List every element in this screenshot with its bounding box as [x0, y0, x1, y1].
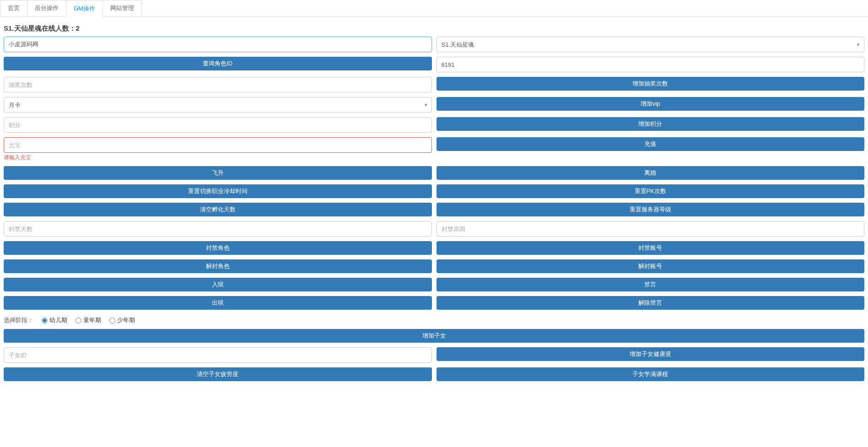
- online-prefix: S1.天仙星魂在线人数：: [4, 24, 76, 32]
- stage-row: 选择阶段： 幼儿期 童年期 少年期: [4, 314, 864, 329]
- tab-gm[interactable]: GM操作: [66, 0, 103, 17]
- ban-account-button[interactable]: 封禁账号: [437, 241, 865, 255]
- stage-radio-child[interactable]: [75, 318, 81, 323]
- tab-home[interactable]: 首页: [0, 0, 27, 16]
- ban-days-input[interactable]: [4, 221, 432, 237]
- vip-select[interactable]: 月卡: [4, 97, 432, 113]
- tab-backend[interactable]: 后台操作: [27, 0, 66, 16]
- clear-hatch-button[interactable]: 清空孵化天数: [4, 203, 432, 216]
- mute-button[interactable]: 禁言: [437, 278, 865, 291]
- stage-opt-youth-label: 少年期: [117, 316, 135, 324]
- add-child-health-button[interactable]: 增加子女健康度: [437, 347, 865, 361]
- online-count: 2: [76, 24, 80, 32]
- server-select[interactable]: S1.天仙星魂: [437, 37, 865, 52]
- recharge-button[interactable]: 充值: [437, 137, 865, 151]
- stage-label: 选择阶段：: [4, 316, 33, 324]
- stage-opt-child[interactable]: 童年期: [75, 316, 101, 324]
- tab-bar: 首页 后台操作 GM操作 网站管理: [0, 0, 868, 17]
- add-child-button[interactable]: 增加子女: [4, 329, 864, 343]
- stage-opt-infant[interactable]: 幼儿期: [42, 316, 67, 324]
- child-learn-button[interactable]: 子女学满课程: [437, 367, 865, 381]
- query-role-id-button[interactable]: 查询角色ID: [4, 57, 432, 70]
- points-input[interactable]: [4, 117, 432, 133]
- add-lottery-button[interactable]: 增加抽奖次数: [437, 77, 865, 91]
- unban-account-button[interactable]: 解封账号: [437, 259, 865, 273]
- yuanbao-error: 请输入元宝: [4, 154, 432, 162]
- yuanbao-input[interactable]: [4, 137, 432, 153]
- ascend-button[interactable]: 飞升: [4, 166, 432, 180]
- add-vip-button[interactable]: 增加vip: [437, 97, 865, 111]
- player-name-input[interactable]: [4, 37, 432, 52]
- reset-server-level-button[interactable]: 重置服务器等级: [437, 203, 865, 216]
- stage-radio-infant[interactable]: [42, 318, 48, 323]
- stage-radio-youth[interactable]: [109, 318, 115, 323]
- lottery-count-input[interactable]: [4, 77, 432, 92]
- online-header: S1.天仙星魂在线人数：2: [4, 21, 864, 37]
- reset-pk-button[interactable]: 重置PK次数: [437, 184, 865, 198]
- divorce-button[interactable]: 离婚: [437, 166, 865, 180]
- stage-opt-child-label: 童年期: [83, 316, 101, 324]
- jail-button[interactable]: 入狱: [4, 278, 432, 291]
- tab-site[interactable]: 网站管理: [102, 0, 142, 16]
- reset-job-cd-button[interactable]: 重置切换职业冷却时间: [4, 184, 432, 198]
- clear-child-fatigue-button[interactable]: 清空子女疲劳度: [4, 367, 432, 381]
- unmute-button[interactable]: 解除禁言: [437, 296, 865, 310]
- stage-opt-youth[interactable]: 少年期: [109, 316, 135, 324]
- ban-reason-input[interactable]: [437, 221, 865, 237]
- child-id-input[interactable]: [4, 347, 432, 363]
- unban-role-button[interactable]: 解封角色: [4, 259, 432, 273]
- ban-role-button[interactable]: 封禁角色: [4, 241, 432, 255]
- stage-opt-infant-label: 幼儿期: [49, 316, 67, 324]
- player-id-input[interactable]: [437, 57, 865, 72]
- add-points-button[interactable]: 增加积分: [437, 117, 865, 131]
- unjail-button[interactable]: 出狱: [4, 296, 432, 310]
